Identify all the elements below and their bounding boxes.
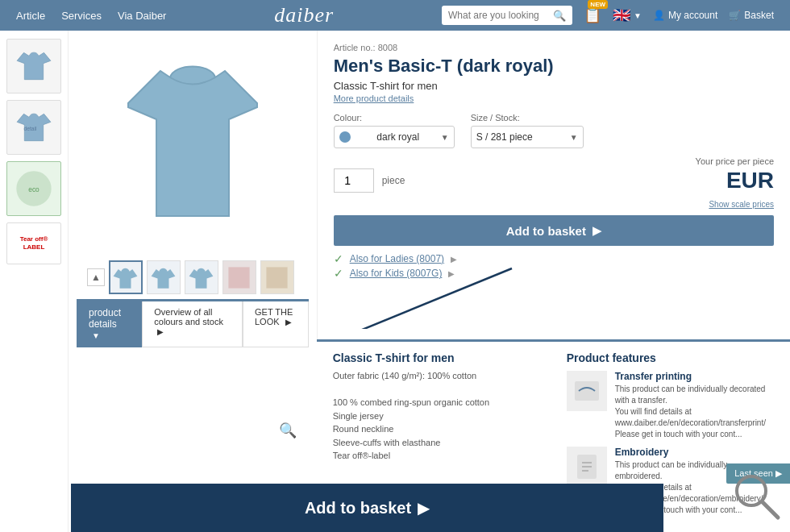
tab-get-look[interactable]: GET THE LOOK ▶ [243, 301, 309, 347]
transfer-title: Transfer printing [615, 371, 766, 382]
thumb-strip-3[interactable] [185, 260, 218, 294]
nav-via-daiber[interactable]: Via Daiber [118, 10, 166, 22]
clipboard-icon[interactable]: 📋 NEW [584, 6, 601, 24]
main-nav: Article Services Via Daiber [16, 10, 166, 22]
thumb-strip [105, 260, 298, 294]
new-badge: NEW [588, 0, 608, 9]
svg-text:eco: eco [28, 185, 40, 193]
size-arrow: ▼ [570, 133, 578, 142]
header-right: 🔍 📋 NEW 🇬🇧 ▼ 👤 My account 🛒 Basket [442, 6, 774, 25]
search-input[interactable] [448, 10, 553, 21]
magnifier-icon [730, 469, 782, 522]
product-title: Men's Basic-T (dark royal) [334, 56, 774, 77]
site-logo: daiber [274, 3, 334, 27]
footer-basket-bar[interactable]: Add to basket ▶ [71, 484, 663, 532]
svg-rect-3 [229, 267, 250, 288]
transfer-text: Transfer printing This product can be in… [615, 371, 766, 440]
thumb-strip-2[interactable] [147, 260, 181, 294]
tab-all-colours[interactable]: Overview of all colours and stock ▶ [142, 301, 243, 347]
add-basket-arrow: ▶ [592, 224, 601, 237]
size-value: S / 281 piece [476, 131, 533, 143]
footer-basket-label: Add to basket [305, 499, 411, 517]
thumbnail-sidebar: detail eco Tear off®LABEL [0, 31, 69, 532]
language-selector[interactable]: 🇬🇧 ▼ [613, 6, 642, 24]
transfer-desc: This product can be individually decorat… [615, 384, 766, 440]
colour-label: Colour: [334, 113, 455, 123]
tab-product-details[interactable]: product details ▼ [77, 301, 142, 347]
product-image-area: 🔍 ▲ [69, 31, 317, 532]
zoom-icon[interactable]: 🔍 [279, 422, 297, 439]
thumb-strip-4[interactable] [222, 260, 256, 294]
thumb-label[interactable]: Tear off®LABEL [6, 222, 61, 264]
colour-arrow: ▼ [441, 133, 449, 142]
price-label: Your price per piece [334, 156, 774, 166]
color-dot [339, 131, 351, 143]
ladies-check-icon: ✓ [334, 252, 343, 265]
ladies-arrow-icon: ▶ [451, 255, 457, 264]
kids-arrow-icon: ▶ [448, 269, 455, 278]
show-scale-link[interactable]: Show scale prices [334, 200, 774, 209]
qty-unit: piece [382, 175, 405, 186]
search-icon[interactable]: 🔍 [553, 10, 566, 22]
thumb-shirt-1 [14, 46, 54, 86]
svg-text:detail: detail [24, 126, 37, 131]
also-ladies-row: ✓ Also for Ladies (8007) ▶ [334, 252, 774, 265]
price-row: Your price per piece piece EUR [334, 156, 774, 193]
thumb-1[interactable] [6, 39, 61, 94]
article-number: Article no.: 8008 [334, 43, 774, 52]
header: Article Services Via Daiber daiber 🔍 📋 N… [0, 0, 790, 31]
add-to-basket-button[interactable]: Add to basket ▶ [334, 215, 774, 246]
quantity-input[interactable] [334, 168, 374, 193]
thumb-strip-1[interactable] [109, 260, 143, 294]
tab-arrow-3: ▶ [285, 318, 292, 326]
size-label: Size / Stock: [471, 113, 584, 123]
search-magnifier-large[interactable] [730, 469, 782, 524]
product-subtitle: Classic T-shirt for men [334, 80, 774, 92]
eco-icon: eco [14, 168, 54, 209]
svg-rect-4 [267, 267, 288, 288]
nav-article[interactable]: Article [16, 10, 45, 22]
price-controls: piece EUR [334, 168, 774, 193]
thumb-eco[interactable]: eco [6, 161, 61, 216]
kids-check-icon: ✓ [334, 267, 343, 280]
nav-services[interactable]: Services [61, 10, 102, 22]
more-details-link[interactable]: More product details [334, 94, 774, 103]
svg-line-12 [762, 501, 778, 517]
product-desc-title: Classic T-shirt for men [333, 351, 543, 364]
product-features-title: Product features [567, 351, 766, 364]
main-product-image [88, 39, 297, 256]
size-select[interactable]: S / 281 piece ▼ [471, 126, 584, 148]
thumb-2[interactable]: detail [6, 100, 61, 155]
options-row: Colour: dark royal ▼ Size / Stock: S / 2… [334, 113, 774, 148]
footer-basket-arrow: ▶ [418, 498, 430, 517]
transfer-icon [567, 371, 607, 411]
tab-arrow-1: ▼ [92, 331, 100, 340]
colour-option: Colour: dark royal ▼ [334, 113, 455, 148]
colour-select[interactable]: dark royal ▼ [334, 126, 455, 148]
search-bar[interactable]: 🔍 [442, 6, 572, 25]
colour-value: dark royal [376, 131, 419, 143]
also-ladies-link[interactable]: Also for Ladies (8007) [350, 253, 444, 264]
tab-arrow-2: ▶ [157, 327, 164, 336]
embroidery-title: Embroidery [615, 447, 766, 458]
thumb-strip-5[interactable] [260, 260, 294, 294]
tabs-bar: product details ▼ Overview of all colour… [77, 299, 309, 347]
right-panel: Article no.: 8008 Men's Basic-T (dark ro… [317, 31, 790, 532]
account-button[interactable]: 👤 My account [653, 10, 717, 21]
image-nav: ▲ [87, 260, 298, 294]
also-kids-link[interactable]: Also for Kids (8007G) [350, 268, 443, 279]
transfer-feature: Transfer printing This product can be in… [567, 371, 766, 440]
product-desc-text: Outer fabric (140 g/m²): 100% cotton 100… [333, 369, 543, 463]
product-info: Article no.: 8008 Men's Basic-T (dark ro… [317, 31, 790, 339]
prev-image-button[interactable]: ▲ [87, 268, 105, 286]
thumb-shirt-2: detail [14, 107, 54, 148]
embroidery-icon [567, 447, 607, 487]
also-kids-row: ✓ Also for Kids (8007G) ▶ [334, 267, 774, 280]
svg-rect-5 [575, 381, 599, 401]
price-display: EUR [726, 168, 774, 193]
tshirt-svg [104, 47, 281, 248]
size-option: Size / Stock: S / 281 piece ▼ [471, 113, 584, 148]
basket-button[interactable]: 🛒 Basket [729, 10, 774, 21]
